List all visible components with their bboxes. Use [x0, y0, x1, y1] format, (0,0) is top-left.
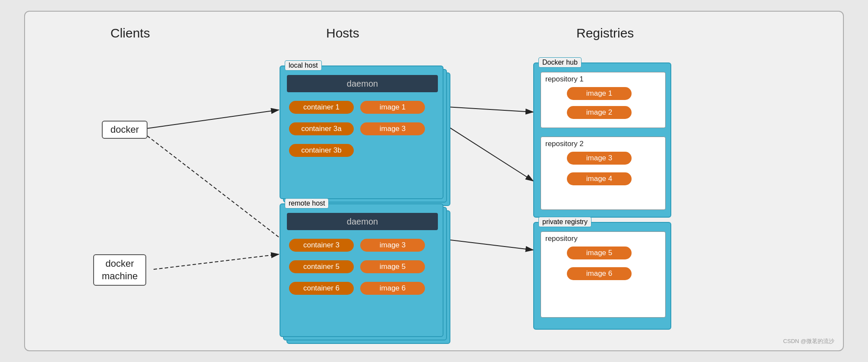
remote-daemon-bar: daemon — [287, 213, 438, 230]
local-host-panel: local host daemon container 1 image 1 co… — [280, 66, 443, 199]
svg-line-2 — [147, 136, 279, 237]
private-repo-label: repository — [545, 234, 578, 243]
private-registry-panel: private registry repository image 5 imag… — [533, 222, 671, 330]
local-image-3: image 3 — [360, 122, 425, 135]
repo2-image4: image 4 — [567, 172, 632, 185]
private-image6: image 6 — [567, 267, 632, 280]
docker-machine-box: dockermachine — [93, 254, 146, 286]
local-host-label: local host — [285, 60, 322, 71]
remote-image-3: image 3 — [360, 239, 425, 252]
docker-hub-panel: Docker hub repository 1 image 1 image 2 … — [533, 62, 671, 218]
remote-container-5: container 5 — [289, 260, 354, 273]
repo1-box: repository 1 image 1 image 2 — [541, 72, 666, 128]
diagram: Clients Hosts Registries docker dockerma… — [67, 26, 801, 336]
repo1-image1: image 1 — [567, 87, 632, 100]
repo2-image3: image 3 — [567, 152, 632, 165]
remote-image-6: image 6 — [360, 282, 425, 295]
docker-client-box: docker — [102, 121, 148, 139]
svg-line-1 — [147, 110, 279, 128]
watermark: CSDN @微茗的流沙 — [783, 337, 834, 345]
remote-host-label: remote host — [285, 198, 329, 209]
repo1-image2: image 2 — [567, 106, 632, 119]
remote-container-6: container 6 — [289, 282, 354, 295]
remote-container-3: container 3 — [289, 239, 354, 252]
private-repo-box: repository image 5 image 6 — [541, 231, 666, 318]
repo1-label: repository 1 — [545, 75, 584, 84]
local-daemon-bar: daemon — [287, 75, 438, 92]
local-image-1: image 1 — [360, 101, 425, 114]
private-image5: image 5 — [567, 247, 632, 259]
main-container: Clients Hosts Registries docker dockerma… — [24, 11, 844, 351]
hosts-header: Hosts — [326, 26, 359, 41]
private-registry-label: private registry — [538, 217, 591, 227]
docker-hub-label: Docker hub — [538, 57, 582, 68]
clients-header: Clients — [110, 26, 150, 41]
remote-image-5: image 5 — [360, 260, 425, 273]
repo2-label: repository 2 — [545, 140, 584, 148]
local-container-3a: container 3a — [289, 122, 354, 135]
local-container-3b: container 3b — [289, 144, 354, 157]
svg-line-3 — [154, 254, 279, 269]
remote-host-panel: remote host daemon container 3 image 3 c… — [280, 203, 443, 337]
registries-header: Registries — [576, 26, 634, 41]
local-container-1: container 1 — [289, 101, 354, 114]
repo2-box: repository 2 image 3 image 4 — [541, 137, 666, 210]
